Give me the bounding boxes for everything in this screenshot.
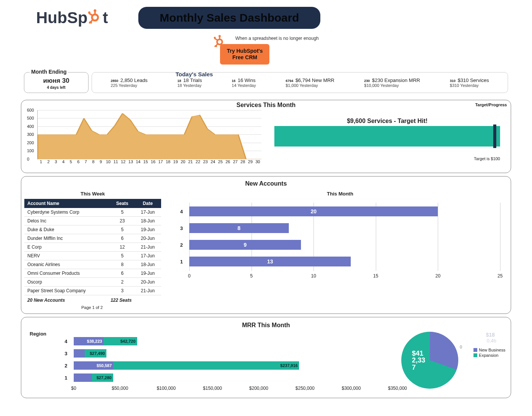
todays-sales-box: Today's Sales 2850 2,850 Leads225 Yester… — [92, 72, 508, 93]
x-tick: 10 — [104, 159, 112, 164]
x-tick: $100,000 — [157, 386, 176, 391]
header: HubSp t Monthly Sales Dashboard — [21, 0, 511, 32]
pie-side-label-1: $18 — [486, 332, 495, 338]
svg-point-4 — [88, 11, 90, 14]
y-tick: 3 — [65, 350, 67, 356]
stat-item: 2850 2,850 Leads225 Yesterday — [111, 77, 147, 88]
table-row: Oscorp220-Jun — [24, 277, 161, 286]
x-tick: 0 — [188, 273, 191, 279]
x-tick: 8 — [90, 159, 97, 164]
svg-rect-2 — [94, 11, 96, 15]
pie-side-label-3: 0 — [460, 345, 462, 349]
x-tick: 22 — [194, 159, 202, 164]
table-row: Delos Inc2318-Jun — [24, 216, 161, 225]
month-ending-box: Month Ending июня 30 4 days left — [24, 72, 89, 93]
services-target-text: $9,600 Services - Target Hit! — [274, 118, 500, 124]
x-tick: 5 — [67, 159, 75, 164]
svg-rect-9 — [219, 37, 220, 40]
x-tick: 17 — [157, 159, 165, 164]
x-tick: $0 — [71, 386, 76, 391]
x-tick: 9 — [97, 159, 104, 164]
try-crm-button[interactable]: Try HubSpot's Free CRM — [220, 44, 269, 65]
accounts-page: Page 1 of 2 — [24, 305, 161, 310]
y-tick: 0 — [27, 157, 29, 161]
mrr-bar-chart: $38,223$42,7204$27,4903$50,587$237,9162$… — [74, 335, 397, 384]
region-label: Region — [30, 331, 46, 337]
todays-sales-label: Today's Sales — [176, 71, 213, 77]
x-tick: 30 — [254, 159, 261, 164]
x-tick: 14 — [135, 159, 142, 164]
accounts-table: Account NameSeatsDate Cyberdyne Systems … — [24, 199, 161, 295]
x-tick: $50,000 — [112, 386, 128, 391]
mrr-bar-row: $50,587$237,916 — [74, 361, 299, 370]
stat-item: 230 $230 Expansion MRR$10,000 Yesterday — [364, 77, 420, 88]
target-footer: Target is $100 — [274, 156, 500, 161]
x-tick: 24 — [209, 159, 217, 164]
table-row: Omni Consumer Products619-Jun — [24, 269, 161, 277]
promo-bar: When a spreadsheet is no longer enough T… — [21, 32, 511, 69]
svg-point-11 — [214, 37, 216, 39]
target-marker — [493, 124, 496, 148]
table-row: NERV517-Jun — [24, 251, 161, 260]
table-row: Dunder Mifflin Inc620-Jun — [24, 234, 161, 243]
x-tick: 5 — [250, 273, 253, 279]
table-header: Account Name — [24, 199, 110, 208]
x-tick: 21 — [187, 159, 194, 164]
month-ending-date: июня 30 — [32, 77, 81, 85]
y-tick: 3 — [180, 225, 183, 231]
sprocket-icon — [87, 8, 103, 24]
this-month-label: This Month — [173, 190, 508, 199]
x-tick: $300,000 — [342, 386, 361, 391]
x-tick: $200,000 — [249, 386, 268, 391]
stat-item: 18 18 Trials18 Yesterday — [177, 77, 202, 88]
stat-item: 6794 $6,794 New MRR$1,000 Yesterday — [286, 77, 334, 88]
hbar: 13 — [189, 257, 351, 266]
x-tick: 19 — [172, 159, 179, 164]
stats-panel: Month Ending июня 30 4 days left Today's… — [21, 72, 511, 97]
services-progress-bar — [274, 126, 500, 147]
mrr-panel: MRR This Month Region $38,223$42,7204$27… — [21, 317, 511, 398]
x-tick: 20 — [435, 273, 440, 279]
y-tick: 1 — [180, 258, 183, 264]
mrr-bar-row: $27,280 — [74, 373, 113, 382]
accounts-summary-right: 122 Seats — [111, 298, 131, 303]
y-tick: 2 — [180, 242, 183, 247]
x-tick: 29 — [247, 159, 254, 164]
legend-new-business: New Business — [479, 348, 505, 352]
table-row: Duke & Duke519-Jun — [24, 225, 161, 234]
y-tick: 4 — [65, 338, 67, 344]
x-tick: 13 — [127, 159, 135, 164]
y-tick: 600 — [27, 108, 34, 112]
mrr-bar-row: $38,223$42,720 — [74, 337, 137, 345]
mrr-pie-chart: $412,337 — [401, 332, 458, 389]
table-row: Cyberdyne Systems Corp517-Jun — [24, 208, 161, 217]
x-tick: 11 — [112, 159, 120, 164]
table-header: Date — [135, 199, 161, 208]
accounts-summary-left: 20 New Accounts — [27, 298, 65, 303]
table-header: Seats — [110, 199, 135, 208]
hubspot-logo: HubSp t — [36, 8, 108, 27]
mrr-bar-row: $27,490 — [74, 349, 106, 358]
accounts-panel: New Accounts This Week Account NameSeats… — [21, 176, 511, 314]
x-tick: 3 — [52, 159, 60, 164]
x-tick: $150,000 — [203, 386, 222, 391]
month-ending-sub: 4 days left — [32, 85, 81, 90]
x-tick: 27 — [231, 159, 239, 164]
table-row: E Corp1221-Jun — [24, 243, 161, 251]
hbar: 8 — [189, 223, 289, 233]
x-tick: $250,000 — [296, 386, 315, 391]
x-tick: 20 — [179, 159, 187, 164]
x-tick: 16 — [149, 159, 157, 164]
accounts-title: New Accounts — [24, 179, 508, 190]
mrr-pie-block: $18 0,4b 0 $412,337 New Business Expansi… — [401, 329, 508, 394]
y-tick: 1 — [65, 375, 67, 380]
pie-legend: New Business Expansion — [473, 347, 505, 358]
page-title: Monthly Sales Dashboard — [138, 7, 320, 29]
hbar: 20 — [189, 206, 438, 216]
x-tick: 12 — [119, 159, 127, 164]
x-tick: 2 — [45, 159, 52, 164]
x-tick: 25 — [217, 159, 224, 164]
x-tick: 23 — [202, 159, 209, 164]
this-week-label: This Week — [24, 190, 161, 199]
x-tick: 25 — [497, 273, 502, 279]
